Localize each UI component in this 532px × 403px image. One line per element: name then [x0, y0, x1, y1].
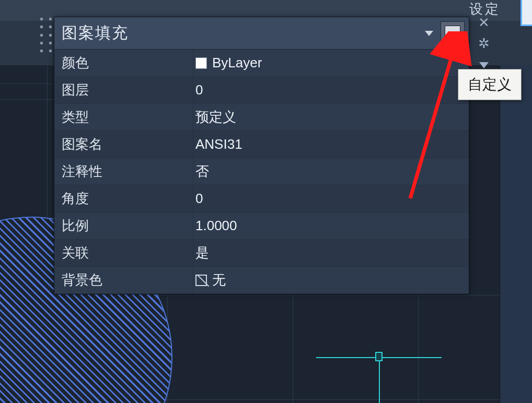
property-value-text: 预定义	[195, 108, 236, 126]
quick-select-icon	[445, 26, 460, 41]
property-value[interactable]: 无	[193, 267, 469, 293]
property-value-text: 是	[195, 244, 209, 262]
property-row[interactable]: 类型预定义	[54, 104, 469, 131]
property-row[interactable]: 图层0	[54, 77, 469, 104]
property-value[interactable]: 预定义	[193, 104, 469, 131]
palette-title: 图案填充	[62, 22, 425, 44]
options-gear-button[interactable]: ✲	[477, 37, 491, 50]
property-row[interactable]: 背景色无	[54, 267, 469, 294]
property-value[interactable]: 0	[193, 77, 469, 103]
ribbon-right-button[interactable]	[521, 0, 532, 26]
close-icon: ✕	[478, 15, 490, 31]
quick-select-button[interactable]	[441, 21, 465, 45]
property-value-text: ANSI31	[195, 136, 242, 152]
color-swatch-icon	[195, 57, 207, 69]
property-label: 颜色	[54, 54, 193, 72]
property-value-text: 无	[212, 271, 226, 289]
chevron-down-icon	[479, 62, 489, 68]
palette-grip[interactable]	[38, 15, 54, 55]
property-label: 背景色	[54, 271, 193, 289]
property-row[interactable]: 图案名ANSI31	[54, 131, 469, 158]
property-row[interactable]: 注释性否	[54, 158, 469, 185]
close-button[interactable]: ✕	[477, 16, 491, 29]
property-value-text: 1.0000	[195, 218, 237, 234]
property-value-text: 0	[195, 82, 203, 98]
property-row[interactable]: 颜色ByLayer	[54, 50, 469, 77]
palette-side-controls: ✕ ✲	[472, 16, 495, 71]
property-value[interactable]: ANSI31	[193, 131, 469, 158]
property-row[interactable]: 角度0	[54, 185, 469, 212]
right-panel-strip	[500, 65, 532, 403]
property-row[interactable]: 关联是	[54, 240, 469, 267]
property-label: 类型	[54, 108, 193, 126]
property-value-text: 否	[195, 162, 209, 181]
property-label: 图层	[54, 81, 193, 99]
property-label: 图案名	[54, 135, 193, 153]
property-value[interactable]: 1.0000	[193, 212, 469, 239]
property-label: 关联	[54, 244, 193, 262]
property-label: 注释性	[54, 162, 193, 181]
property-value[interactable]: 是	[193, 240, 469, 266]
property-row[interactable]: 比例1.0000	[54, 212, 469, 240]
palette-header: 图案填充	[54, 17, 469, 50]
property-label: 角度	[54, 189, 193, 208]
property-label: 比例	[54, 217, 193, 235]
none-swatch-icon	[195, 275, 207, 286]
object-type-dropdown-icon[interactable]	[425, 31, 433, 36]
properties-palette: 图案填充 颜色ByLayer图层0类型预定义图案名ANSI31注释性否角度0比例…	[54, 17, 469, 294]
property-value[interactable]: 否	[193, 158, 469, 185]
property-value-text: 0	[195, 191, 203, 207]
selection-marker	[316, 355, 442, 403]
property-value[interactable]: ByLayer	[193, 50, 469, 76]
property-value-text: ByLayer	[212, 55, 262, 71]
tooltip-customize: 自定义	[458, 69, 522, 100]
property-value[interactable]: 0	[193, 185, 469, 212]
gear-icon: ✲	[478, 35, 490, 52]
